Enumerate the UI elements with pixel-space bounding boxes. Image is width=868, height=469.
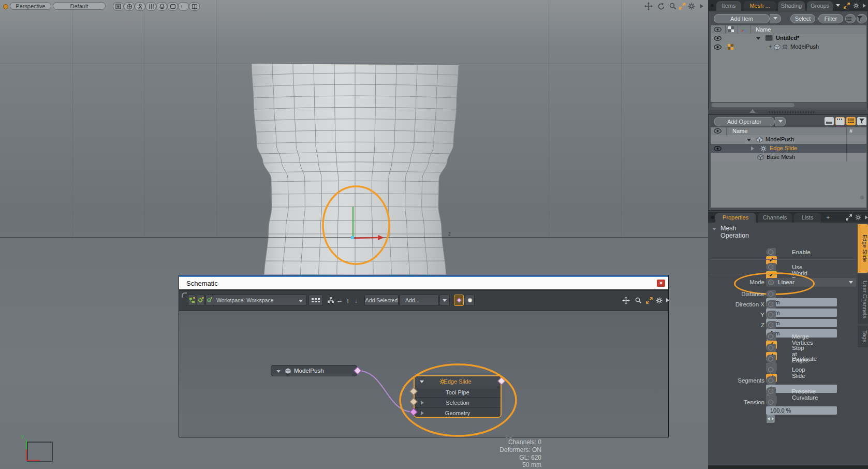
node-edge-slide-header[interactable]: Edge Slide (415, 376, 501, 387)
layout-grid-icon[interactable] (308, 295, 323, 306)
scroll-nub[interactable] (860, 196, 864, 199)
item-row-modelpush[interactable]: + ModelPush (711, 42, 866, 51)
globe-icon[interactable] (124, 2, 135, 11)
tension-field[interactable]: 100.0 % (766, 398, 837, 423)
view-collapsed-icon[interactable] (825, 117, 834, 125)
axis-icon[interactable] (741, 26, 747, 33)
gizmo-x-axis[interactable] (353, 238, 378, 238)
workspace-dropdown[interactable]: Workspace: Workspace (212, 295, 307, 306)
side-tab-user-channels[interactable]: User Channels (858, 274, 868, 324)
backdrop-icon[interactable] (167, 2, 178, 11)
tree-layout-icon[interactable] (327, 295, 335, 306)
link-style-diamond-swatch[interactable] (454, 295, 464, 306)
pan-icon[interactable] (621, 296, 631, 304)
operator-row-modelpush[interactable]: ModelPush (711, 135, 866, 144)
expand-triangle-icon[interactable] (751, 146, 754, 151)
perspective-view-button[interactable]: Perspective (10, 2, 51, 10)
splitter-grip[interactable] (769, 111, 816, 113)
node-modelpush[interactable]: ModelPush (271, 365, 358, 376)
maximize-icon[interactable] (842, 2, 852, 10)
move-up-icon[interactable]: ↑ (344, 295, 352, 306)
node-row-selection[interactable]: Selection (415, 397, 501, 408)
node-row-geometry[interactable]: Geometry (415, 407, 501, 418)
item-row-scene[interactable]: Untitled* (711, 34, 866, 42)
visibility-eye-icon[interactable] (714, 36, 722, 41)
horizontal-scrollbar[interactable] (711, 102, 866, 108)
mesh-wireframe[interactable] (252, 62, 459, 280)
default-style-button[interactable]: Default (53, 2, 106, 10)
expand-triangle-icon[interactable] (421, 401, 424, 405)
operator-row-edge-slide[interactable]: Edge Slide (711, 144, 866, 153)
move-down-icon[interactable]: ↓ (352, 295, 360, 306)
tab-channels[interactable]: Channels (758, 213, 792, 223)
person-icon[interactable] (135, 2, 145, 11)
more-chevron-icon[interactable] (861, 213, 868, 222)
add-operator-dropdown-arrow[interactable] (775, 117, 786, 126)
view-expanded-icon[interactable] (835, 117, 845, 125)
side-tab-tags[interactable]: Tags (858, 326, 868, 347)
node-row-tool-pipe[interactable]: Tool Pipe (415, 387, 501, 398)
maximize-icon[interactable] (677, 2, 687, 10)
add-selected-button[interactable]: Add Selected (364, 295, 399, 306)
gizmo-center-handle[interactable] (351, 236, 354, 239)
more-chevron-icon[interactable] (663, 296, 673, 304)
tab-mesh-ops[interactable]: Mesh ... (744, 1, 776, 11)
node-collapse-icon[interactable] (420, 380, 424, 383)
maximize-icon[interactable] (844, 213, 854, 222)
tab-groups[interactable]: Groups (807, 1, 833, 11)
section-collapse-icon[interactable] (712, 228, 716, 230)
add-operator-button[interactable]: Add Operator (714, 117, 775, 126)
maximize-icon[interactable] (644, 296, 654, 304)
add-node-icon[interactable] (188, 295, 196, 306)
panel-splitter[interactable] (708, 110, 868, 114)
select-button[interactable]: Select (790, 14, 815, 23)
visibility-eye-icon[interactable] (714, 128, 722, 134)
expand-triangle-icon[interactable] (421, 411, 424, 415)
tab-properties[interactable]: Properties (715, 213, 756, 223)
filter-funnel-icon[interactable] (857, 14, 867, 23)
add-item-button[interactable]: Add Item (714, 14, 770, 23)
operator-row-base-mesh[interactable]: Base Mesh (711, 153, 866, 162)
expand-triangle-icon[interactable] (747, 139, 751, 141)
hatch-lines-icon[interactable] (145, 2, 156, 11)
render-checker-icon[interactable] (728, 44, 733, 50)
tab-shading[interactable]: Shading (778, 1, 805, 11)
lamp-icon[interactable] (156, 2, 167, 11)
node-edge-slide[interactable]: Edge Slide Tool Pipe Selection Geometry (414, 375, 502, 418)
add-dropdown[interactable]: Add... (400, 295, 439, 306)
panel-corner-icon[interactable] (182, 292, 187, 298)
tab-items[interactable]: Items (716, 1, 741, 11)
add-operator-gear-icon[interactable] (197, 295, 205, 306)
visibility-eye-icon[interactable] (714, 27, 722, 32)
schematic-canvas[interactable]: ModelPush Edge Slide Tool Pipe Selection… (179, 311, 668, 437)
splitter-collapse-icon[interactable] (749, 109, 756, 113)
enable-checkbox[interactable]: ✓ (766, 248, 777, 265)
viewport-thumb-dot[interactable] (3, 4, 8, 9)
add-item-dropdown-arrow[interactable] (770, 14, 781, 23)
chevron-down-icon[interactable] (836, 4, 840, 7)
crescent-icon[interactable] (178, 2, 189, 11)
add-dropdown-arrow[interactable] (439, 295, 450, 306)
filter-button[interactable]: Filter (818, 14, 843, 23)
more-chevron-icon[interactable] (859, 2, 868, 10)
panel-thumb-dot[interactable] (711, 216, 714, 219)
side-tab-edge-slide[interactable]: Edge Slide (858, 224, 868, 273)
zoom-icon[interactable] (633, 296, 643, 304)
operator-list-body[interactable]: ModelPush Edge Slide Base Mesh (711, 135, 866, 208)
link-style-circle-swatch[interactable] (465, 295, 475, 306)
render-style-icon[interactable] (113, 2, 124, 11)
move-left-icon[interactable]: ← (335, 295, 344, 306)
zoom-icon[interactable] (668, 2, 678, 10)
schematic-titlebar[interactable]: Schematic ✕ (179, 275, 668, 290)
pan-icon[interactable] (643, 2, 654, 10)
panel-thumb-dot[interactable] (711, 4, 714, 7)
orbit-icon[interactable] (656, 2, 666, 10)
book-icon[interactable] (189, 2, 200, 11)
filter-funnel-icon[interactable] (857, 117, 866, 125)
node-collapse-icon[interactable] (276, 370, 281, 373)
expand-triangle-icon[interactable] (756, 37, 760, 40)
tree-plus[interactable]: + (769, 42, 772, 51)
visibility-eye-icon[interactable] (714, 146, 722, 151)
more-chevron-icon[interactable] (697, 2, 707, 10)
list-mode-icon[interactable] (846, 117, 856, 125)
